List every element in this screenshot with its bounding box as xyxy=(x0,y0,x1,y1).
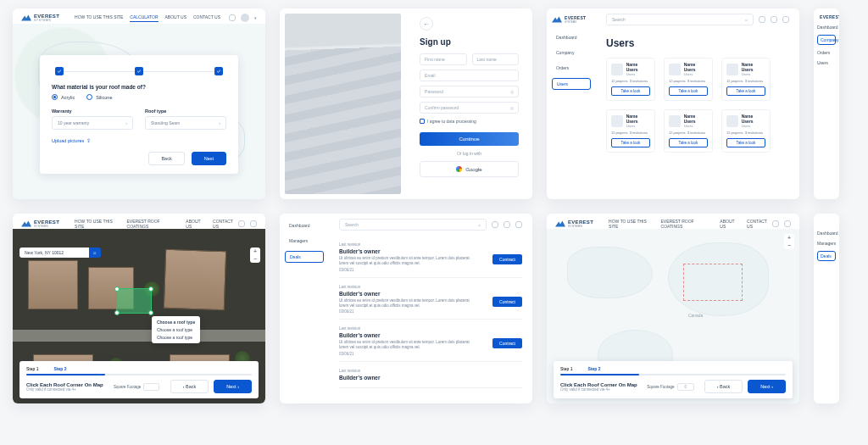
nav-about[interactable]: ABOUT US xyxy=(165,14,186,22)
polygon-point[interactable] xyxy=(114,310,120,315)
nav-contact[interactable]: CONTACT US xyxy=(213,219,238,229)
next-button[interactable]: Next › xyxy=(748,380,786,393)
bell-icon[interactable] xyxy=(771,16,777,23)
popup-item[interactable]: Choose a roof type xyxy=(157,335,195,340)
popup-item[interactable]: Choose a roof type xyxy=(157,327,195,332)
bell-icon[interactable] xyxy=(229,14,236,21)
user-icon[interactable] xyxy=(515,221,522,228)
sidebar-item-deals[interactable]: Deals xyxy=(285,251,324,263)
take-look-button[interactable]: Take a look xyxy=(726,138,765,147)
top-nav: HOW TO USE THIS SITE EVEREST ROOF COATIN… xyxy=(75,219,238,229)
polygon-point[interactable] xyxy=(114,286,120,292)
bell-icon[interactable] xyxy=(238,220,245,227)
zoom-in-button[interactable]: + xyxy=(253,248,257,255)
selection-rect[interactable] xyxy=(683,264,743,301)
brand-logo[interactable]: EVERESTSYSTEMS xyxy=(21,220,59,228)
next-button[interactable]: Next xyxy=(192,152,226,165)
brand-logo[interactable]: EVERESTSYSTEMS xyxy=(555,220,593,228)
contract-button[interactable]: Contract xyxy=(492,338,522,348)
user-icon[interactable] xyxy=(250,220,257,227)
back-button[interactable]: Back xyxy=(148,152,184,165)
zoom-in-button[interactable]: + xyxy=(787,234,791,242)
sidebar-item-managers[interactable]: Managers xyxy=(285,236,324,246)
polygon-point[interactable] xyxy=(148,310,153,315)
contract-button[interactable]: Contract xyxy=(492,254,522,264)
last-name-input[interactable]: Last name xyxy=(472,53,519,65)
address-input[interactable]: New York, NY 10012 xyxy=(19,248,89,258)
sidebar: Dashboard Managers Deals xyxy=(280,214,329,403)
take-look-button[interactable]: Take a look xyxy=(669,86,708,96)
google-login-button[interactable]: Google xyxy=(420,161,519,177)
sidebar-item-dashboard[interactable]: Dashboard xyxy=(817,231,836,236)
confirm-password-input[interactable]: Confirm password◎ xyxy=(420,102,519,114)
bell-icon[interactable] xyxy=(772,220,779,227)
radio-silicone[interactable]: Silicone xyxy=(86,94,112,100)
chevron-down-icon[interactable]: ▾ xyxy=(254,15,257,20)
nav-about[interactable]: ABOUT US xyxy=(720,219,740,229)
roof-polygon[interactable] xyxy=(116,288,152,314)
address-search-button[interactable]: ⌕ xyxy=(89,248,101,258)
continue-button[interactable]: Continue xyxy=(420,132,519,146)
sidebar-item-deals[interactable]: Deals xyxy=(817,251,836,261)
brand-logo[interactable]: EVEREST xyxy=(817,14,836,19)
sidebar-item-company[interactable]: Company xyxy=(817,35,836,45)
back-button[interactable]: ‹ Back xyxy=(704,380,743,393)
nav-how-to[interactable]: HOW TO USE THIS SITE xyxy=(609,219,654,229)
sidebar-item-managers[interactable]: Managers xyxy=(817,241,836,246)
contract-button[interactable]: Contract xyxy=(492,297,522,307)
avatar[interactable] xyxy=(241,14,249,22)
sqft-input[interactable]: 0 xyxy=(677,383,695,391)
email-input[interactable]: Email xyxy=(420,70,519,81)
user-card: Name UsersUsers 12 projects 3 invitation… xyxy=(721,58,771,101)
nav-contact[interactable]: CONTACT US xyxy=(747,219,772,229)
avatar xyxy=(669,115,681,127)
nav-coatings[interactable]: EVEREST ROOF COATINGS xyxy=(127,219,180,229)
sidebar-item-users[interactable]: Users xyxy=(552,78,591,90)
take-look-button[interactable]: Take a look xyxy=(611,86,650,96)
sqft-input[interactable] xyxy=(143,383,159,391)
roof-photo xyxy=(285,14,401,194)
sidebar-item-orders[interactable]: Orders xyxy=(552,63,591,73)
back-arrow-button[interactable]: ← xyxy=(420,17,433,31)
nav-contact[interactable]: CONTACT US xyxy=(193,14,220,22)
user-icon[interactable] xyxy=(784,220,791,227)
zoom-out-button[interactable]: − xyxy=(787,242,791,249)
back-button[interactable]: ‹ Back xyxy=(170,380,209,393)
upload-pictures-link[interactable]: Upload pictures⇪ xyxy=(52,138,226,143)
eye-icon[interactable]: ◎ xyxy=(510,105,514,110)
bell-icon[interactable] xyxy=(504,221,510,228)
gear-icon[interactable] xyxy=(492,221,498,228)
take-look-button[interactable]: Take a look xyxy=(669,138,708,147)
user-icon[interactable] xyxy=(782,16,789,23)
rooftype-select[interactable]: Standing Seam› xyxy=(145,116,226,130)
take-look-button[interactable]: Take a look xyxy=(726,86,765,96)
step-title: Click Each Roof Corner On Map xyxy=(560,382,637,387)
sidebar-item-orders[interactable]: Orders xyxy=(817,50,836,55)
sidebar-item-company[interactable]: Company xyxy=(552,47,591,58)
brand-logo[interactable]: EVEREST SYSTEMS xyxy=(552,15,591,24)
sidebar-item-dashboard[interactable]: Dashboard xyxy=(817,25,836,30)
sidebar-item-dashboard[interactable]: Dashboard xyxy=(285,220,324,231)
warranty-select[interactable]: 10 year warranty› xyxy=(52,116,133,130)
gear-icon[interactable] xyxy=(759,16,765,23)
mountain-icon xyxy=(21,220,31,227)
nav-how-to[interactable]: HOW TO USE THIS SITE xyxy=(75,219,120,229)
nav-how-to[interactable]: HOW TO USE THIS SITE xyxy=(75,14,123,22)
sidebar-item-dashboard[interactable]: Dashboard xyxy=(552,32,591,42)
eye-icon[interactable]: ◎ xyxy=(510,89,514,94)
first-name-input[interactable]: First name xyxy=(420,53,466,65)
search-input[interactable]: Search⌕ xyxy=(606,14,754,25)
password-input[interactable]: Password◎ xyxy=(420,86,519,97)
radio-acrylic[interactable]: Acrylic xyxy=(52,94,75,100)
sidebar-item-users[interactable]: Users xyxy=(817,60,836,65)
nav-calculator[interactable]: CALCULATOR xyxy=(130,14,158,22)
nav-about[interactable]: ABOUT US xyxy=(186,219,206,229)
nav-coatings[interactable]: EVEREST ROOF COATINGS xyxy=(661,219,714,229)
take-look-button[interactable]: Take a look xyxy=(611,138,650,147)
brand-logo[interactable]: EVEREST SYSTEMS xyxy=(21,14,59,22)
agree-checkbox[interactable]: I agree to data processing xyxy=(420,119,519,124)
search-input[interactable]: Search⌕ xyxy=(339,219,487,231)
zoom-out-button[interactable]: − xyxy=(253,255,257,263)
next-button[interactable]: Next › xyxy=(214,380,252,393)
signup-form: ← Sign up First name Last name Email Pas… xyxy=(406,8,532,199)
